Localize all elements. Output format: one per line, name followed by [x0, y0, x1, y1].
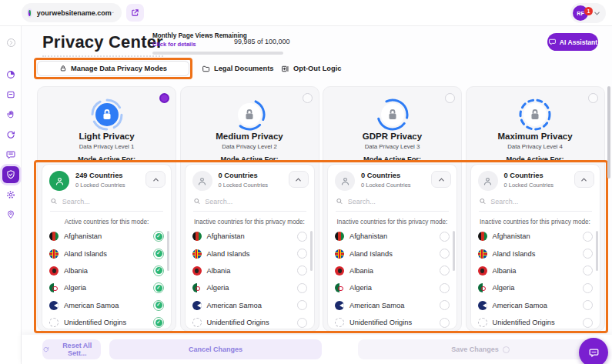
cancel-changes-button[interactable]: Cancel Changes: [109, 339, 322, 359]
country-row[interactable]: Unidentified Origins: [186, 314, 314, 329]
country-row[interactable]: Afghanistan: [186, 228, 314, 245]
country-row[interactable]: Afghanistan: [42, 228, 171, 245]
country-unchecked-toggle[interactable]: [440, 232, 450, 242]
settings-gear-icon[interactable]: [2, 186, 19, 203]
country-row[interactable]: Albania: [328, 262, 456, 279]
country-name: Unidentified Origins: [349, 319, 440, 326]
country-row[interactable]: Unidentified Origins: [328, 314, 456, 329]
account-menu[interactable]: RF 1: [570, 3, 606, 23]
chat-bubble-icon: [548, 38, 557, 46]
country-row[interactable]: Albania: [471, 262, 600, 279]
country-unchecked-toggle[interactable]: [297, 283, 307, 293]
reset-all-settings-button[interactable]: Reset All Sett...: [42, 339, 101, 359]
country-checked-toggle[interactable]: [153, 300, 164, 311]
unknown-flag-icon: [478, 318, 487, 327]
collapse-sidebar-icon[interactable]: [2, 34, 19, 51]
chat-icon[interactable]: [2, 146, 19, 163]
country-row[interactable]: American Samoa: [42, 297, 171, 314]
country-row[interactable]: Algeria: [471, 279, 600, 296]
tab-opt-out-logic[interactable]: Opt-Out Logic: [281, 61, 341, 76]
support-chat-fab[interactable]: [579, 338, 608, 364]
country-unchecked-toggle[interactable]: [583, 300, 593, 310]
save-changes-button[interactable]: Save Changes: [358, 339, 603, 359]
country-row[interactable]: Algeria: [186, 279, 314, 296]
mode-countries-panel: 249 Countries0 Locked CountriesActive co…: [42, 164, 172, 329]
country-unchecked-toggle[interactable]: [297, 265, 307, 276]
collapse-panel-button[interactable]: [289, 171, 309, 188]
list-scrollbar[interactable]: [310, 231, 313, 271]
country-row[interactable]: Aland Islands: [186, 245, 314, 262]
chevron-up-icon: [438, 176, 445, 183]
country-checked-toggle[interactable]: [153, 249, 164, 259]
mode-title: Medium Privacy: [181, 132, 319, 141]
country-unchecked-toggle[interactable]: [297, 232, 307, 242]
open-site-button[interactable]: [126, 4, 144, 22]
list-scrollbar[interactable]: [453, 231, 455, 271]
country-row[interactable]: Aland Islands: [471, 245, 600, 262]
country-checked-toggle[interactable]: [153, 231, 164, 242]
country-row[interactable]: Albania: [186, 262, 314, 279]
country-unchecked-toggle[interactable]: [440, 265, 450, 276]
page-scrollbar[interactable]: [607, 86, 610, 179]
country-row[interactable]: Unidentified Origins: [471, 314, 600, 329]
mode-select-radio[interactable]: [159, 93, 169, 103]
country-unchecked-toggle[interactable]: [440, 300, 450, 310]
consent-hand-icon[interactable]: [2, 106, 19, 123]
mode-countries-panel: 0 Countries0 Locked CountriesInactive co…: [327, 164, 457, 329]
country-unchecked-toggle[interactable]: [583, 249, 593, 259]
site-selector[interactable]: yourwebsitename.com: [22, 3, 122, 22]
country-unchecked-toggle[interactable]: [297, 300, 307, 310]
sync-icon[interactable]: [2, 126, 19, 143]
al-flag-icon: [49, 266, 59, 276]
country-name: Aland Islands: [349, 250, 440, 258]
country-checked-toggle[interactable]: [153, 317, 164, 328]
privacy-shield-icon[interactable]: [2, 166, 19, 183]
country-checked-toggle[interactable]: [153, 265, 164, 276]
country-row[interactable]: American Samoa: [471, 297, 600, 314]
country-row[interactable]: Unidentified Origins: [42, 314, 171, 329]
country-row[interactable]: American Samoa: [328, 297, 456, 314]
mode-select-radio[interactable]: [588, 93, 598, 103]
country-unchecked-toggle[interactable]: [297, 249, 307, 259]
country-unchecked-toggle[interactable]: [583, 283, 593, 293]
countries-globe-icon: [335, 171, 355, 191]
list-scrollbar[interactable]: [167, 231, 169, 271]
country-row[interactable]: Albania: [42, 262, 171, 279]
country-unchecked-toggle[interactable]: [583, 318, 593, 328]
mode-select-radio[interactable]: [445, 93, 455, 103]
collapse-panel-button[interactable]: [145, 171, 166, 188]
tab-manage-data-privacy-modes[interactable]: Manage Data Privacy Modes: [37, 61, 189, 76]
collapse-panel-button[interactable]: [574, 171, 594, 188]
country-checked-toggle[interactable]: [153, 282, 164, 293]
chevron-up-icon: [295, 176, 302, 183]
country-row[interactable]: Afghanistan: [328, 228, 456, 245]
country-row[interactable]: Aland Islands: [42, 245, 171, 262]
country-search-input[interactable]: [490, 198, 591, 205]
country-search-input[interactable]: [205, 198, 306, 205]
analytics-icon[interactable]: [2, 66, 19, 83]
country-unchecked-toggle[interactable]: [297, 318, 307, 328]
country-row[interactable]: Algeria: [328, 279, 456, 296]
archive-icon[interactable]: [2, 86, 19, 103]
country-search-input[interactable]: [348, 198, 449, 205]
country-name: Algeria: [207, 284, 297, 292]
ai-assistant-button[interactable]: AI Assistant: [547, 33, 598, 51]
geolocation-icon[interactable]: [2, 206, 19, 223]
country-unchecked-toggle[interactable]: [583, 232, 593, 242]
as-flag-icon: [192, 301, 202, 310]
country-row[interactable]: American Samoa: [186, 297, 314, 314]
collapse-panel-button[interactable]: [431, 171, 451, 188]
country-unchecked-toggle[interactable]: [440, 249, 450, 259]
save-status-icon: [503, 346, 510, 353]
country-row[interactable]: Afghanistan: [471, 228, 600, 245]
country-unchecked-toggle[interactable]: [583, 265, 593, 276]
country-row[interactable]: Algeria: [42, 279, 171, 296]
country-search-input[interactable]: [62, 198, 163, 205]
list-scrollbar[interactable]: [596, 231, 598, 271]
country-unchecked-toggle[interactable]: [440, 318, 450, 328]
country-row[interactable]: Aland Islands: [328, 245, 456, 262]
mode-select-radio[interactable]: [303, 93, 313, 103]
tab-legal-documents[interactable]: Legal Documents: [202, 61, 274, 76]
footer-bar: Reset All Sett... Cancel Changes Save Ch…: [22, 335, 612, 364]
country-unchecked-toggle[interactable]: [440, 283, 450, 293]
